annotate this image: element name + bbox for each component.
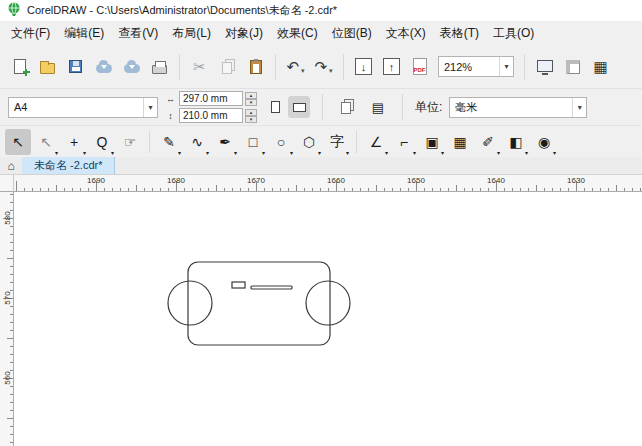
spinner-up-icon[interactable]: ▴ (245, 92, 257, 99)
right-circle-shape[interactable] (306, 281, 350, 325)
spinner-down-icon[interactable]: ▾ (245, 116, 257, 123)
menu-item-2[interactable]: 查看(V) (111, 22, 165, 45)
menu-item-4[interactable]: 对象(J) (218, 22, 270, 45)
chevron-down-icon[interactable]: ▾ (301, 67, 305, 80)
menu-item-8[interactable]: 表格(T) (433, 22, 486, 45)
ellipse-tool[interactable]: ○▾ (268, 129, 294, 155)
artistic-media-tool-icon: ✒ (219, 134, 231, 150)
units-select[interactable]: 毫米 ▾ (449, 97, 587, 118)
show-rulers-button[interactable] (559, 53, 586, 80)
eyedropper-tool[interactable]: ✐▾ (475, 129, 501, 155)
vertical-ruler[interactable]: 580570560 (0, 192, 14, 446)
menu-item-0[interactable]: 文件(F) (4, 22, 57, 45)
print-button[interactable] (146, 53, 173, 80)
document-tab[interactable]: 未命名 -2.cdr* (22, 157, 115, 174)
home-tab-button[interactable]: ⌂ (0, 157, 22, 174)
ruler-tick (10, 274, 13, 275)
ellipse-tool-icon: ○ (277, 134, 285, 150)
menu-item-9[interactable]: 工具(O) (486, 22, 541, 45)
toolbox-separator (149, 131, 150, 153)
shape-tool[interactable]: ↖▾ (33, 129, 59, 155)
ruler-tick (616, 185, 617, 191)
polygon-tool-icon: ⬡ (303, 134, 315, 150)
drawing-canvas[interactable] (14, 192, 642, 446)
save-button[interactable] (62, 53, 89, 80)
dimension-tool[interactable]: ∠▾ (363, 129, 389, 155)
spinner-down-icon[interactable]: ▾ (245, 99, 257, 106)
page-height-input[interactable]: 210.0 mm (179, 108, 243, 123)
drop-shadow-tool[interactable]: ▣▾ (419, 129, 445, 155)
portrait-button[interactable] (264, 96, 286, 118)
menu-item-3[interactable]: 布局(L) (165, 22, 218, 45)
zoom-tool[interactable]: Q▾ (89, 129, 115, 155)
pick-tool[interactable]: ↖ (5, 129, 31, 155)
freehand-tool[interactable]: ✎▾ (156, 129, 182, 155)
ruler-tick (10, 234, 13, 235)
ruler-tick (624, 188, 625, 191)
text-tool[interactable]: 字▾ (324, 129, 350, 155)
cloud-upload-button[interactable] (118, 53, 145, 80)
ruler-tick (288, 188, 289, 191)
spinner-up-icon[interactable]: ▴ (245, 109, 257, 116)
page-size-controls: ↔ 297.0 mm ▴ ▾ ↕ 210.0 mm ▴ ▾ (165, 91, 257, 123)
artistic-media-tool[interactable]: ✒▾ (212, 129, 238, 155)
menu-item-7[interactable]: 文本(X) (379, 22, 433, 45)
chevron-down-icon[interactable]: ▾ (499, 57, 513, 76)
ruler-tick (10, 266, 13, 267)
rounded-rectangle-shape[interactable] (188, 262, 330, 345)
ruler-tick (56, 185, 57, 191)
interactive-fill-tool-icon: ◧ (509, 134, 522, 150)
export-button[interactable]: ↑ (378, 53, 405, 80)
open-button[interactable] (34, 53, 61, 80)
rectangle-tool[interactable]: □▾ (240, 129, 266, 155)
left-circle-shape[interactable] (168, 281, 212, 325)
menu-item-1[interactable]: 编辑(E) (57, 22, 111, 45)
ruler-tick (240, 188, 241, 191)
property-bar: A4 ▾ ↔ 297.0 mm ▴ ▾ ↕ 210.0 mm ▴ ▾ (0, 88, 642, 125)
bezier-tool[interactable]: ∿▾ (184, 129, 210, 155)
chevron-down-icon[interactable]: ▾ (329, 67, 333, 80)
undo-button[interactable]: ↶▾ (282, 53, 309, 80)
ruler-tick (640, 188, 641, 191)
horizontal-ruler[interactable]: 1690168016701660165016401630 (14, 175, 642, 192)
flyout-caret-icon: ▾ (290, 149, 293, 156)
chevron-down-icon[interactable]: ▾ (143, 98, 157, 117)
pan-tool[interactable]: ☞ (117, 129, 143, 155)
cloud-download-button[interactable] (90, 53, 117, 80)
transparency-tool[interactable]: ▦ (447, 129, 473, 155)
cloud-download-icon (96, 64, 112, 73)
crop-tool[interactable]: +▾ (61, 129, 87, 155)
polygon-tool[interactable]: ⬡▾ (296, 129, 322, 155)
undo-icon: ↶ (286, 59, 299, 74)
current-page-button[interactable]: ▤ (366, 95, 390, 119)
ruler-tick (520, 188, 521, 191)
ruler-tick (104, 188, 105, 191)
ruler-tick (10, 282, 13, 283)
ruler-tick (448, 188, 449, 191)
all-pages-button[interactable] (335, 95, 359, 119)
paste-button[interactable] (242, 53, 269, 80)
new-document-button[interactable] (6, 53, 33, 80)
connector-tool[interactable]: ⌐▾ (391, 129, 417, 155)
redo-button[interactable]: ↷▾ (310, 53, 337, 80)
ruler-tick (568, 188, 569, 191)
menu-item-6[interactable]: 位图(B) (325, 22, 379, 45)
new-document-icon (14, 59, 26, 74)
import-button[interactable]: ↓ (350, 53, 377, 80)
chevron-down-icon[interactable]: ▾ (572, 98, 586, 117)
small-rectangle-shape[interactable] (232, 282, 245, 288)
menu-bar: 文件(F)编辑(E)查看(V)布局(L)对象(J)效果(C)位图(B)文本(X)… (0, 22, 642, 45)
ruler-tick (7, 338, 13, 339)
landscape-button[interactable] (288, 96, 310, 118)
menu-item-5[interactable]: 效果(C) (270, 22, 325, 45)
slot-shape[interactable] (251, 286, 292, 289)
page-preset-select[interactable]: A4 ▾ (8, 97, 158, 118)
ruler-tick (384, 188, 385, 191)
interactive-fill-tool[interactable]: ◧▾ (503, 129, 529, 155)
fullscreen-preview-button[interactable] (531, 53, 558, 80)
zoom-level-combo[interactable]: 212%▾ (438, 56, 514, 77)
pdf-button[interactable]: PDF (406, 53, 433, 80)
show-grid-button[interactable]: ▦ (587, 53, 614, 80)
page-width-input[interactable]: 297.0 mm (179, 91, 243, 106)
outline-tool[interactable]: ◉▾ (531, 129, 557, 155)
